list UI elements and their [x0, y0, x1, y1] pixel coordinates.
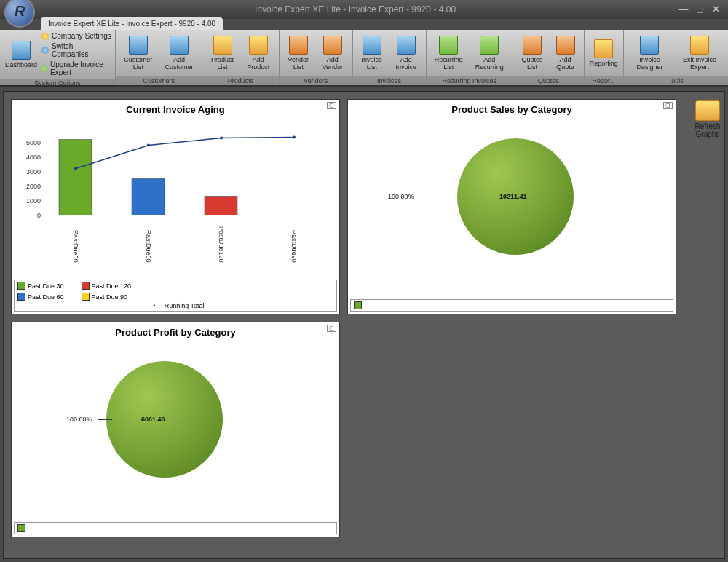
- add-customer-button[interactable]: Add Customer: [158, 34, 199, 72]
- chart-title-aging: Current Invoice Aging: [12, 100, 339, 116]
- group-vendors: Vendor List Add Vendor Vendors: [280, 30, 353, 85]
- document-tab[interactable]: Invoice Expert XE Lite - Invoice Expert …: [41, 17, 223, 30]
- customer-list-button[interactable]: Customer List: [118, 34, 158, 72]
- group-quotes: Quotes List Add Quote Quotes: [513, 30, 585, 85]
- group-customers: Customer List Add Customer Customers: [116, 30, 202, 85]
- group-label-vendors: Vendors: [280, 76, 352, 85]
- company-settings-link[interactable]: Company Settings: [40, 31, 113, 41]
- group-label-reports: Repor...: [585, 76, 623, 85]
- reporting-button[interactable]: Reporting: [587, 38, 621, 68]
- svg-point-8: [147, 144, 150, 147]
- panel-maximize-icon[interactable]: ◻: [663, 102, 673, 109]
- ribbon: Dashboard Company Settings Switch Compan…: [0, 30, 728, 87]
- group-invoices: Invoice List Add Invoice Invoices: [353, 30, 427, 85]
- bar-pastdue30: [59, 140, 92, 215]
- pie-chart-sales: 100.00% 10211.41: [348, 116, 676, 297]
- legend-swatch: [17, 524, 25, 532]
- vendor-list-icon: [289, 36, 308, 55]
- invoice-designer-button[interactable]: Invoice Designer: [626, 34, 673, 72]
- line-running-total: [76, 138, 294, 169]
- group-label-invoices: Invoices: [353, 76, 426, 85]
- svg-point-10: [293, 136, 296, 139]
- group-products: Product List Add Product Products: [202, 30, 279, 85]
- switch-icon: [41, 47, 49, 54]
- bar-pastdue60: [132, 179, 165, 215]
- minimize-icon[interactable]: —: [678, 4, 689, 15]
- side-toolbar: Refresh Graphs: [684, 99, 728, 314]
- dashboard-button[interactable]: Dashboard: [2, 39, 40, 70]
- upgrade-icon: [41, 65, 47, 72]
- upgrade-link[interactable]: Upgrade Invoice Expert: [40, 60, 113, 77]
- group-label-products: Products: [202, 76, 278, 85]
- svg-point-9: [220, 137, 223, 140]
- window-title: Invoice Expert XE Lite - Invoice Expert …: [35, 4, 676, 15]
- add-customer-icon: [170, 36, 189, 55]
- svg-text:3000: 3000: [26, 168, 41, 175]
- add-invoice-button[interactable]: Add Invoice: [389, 34, 424, 72]
- vendor-list-button[interactable]: Vendor List: [282, 34, 315, 72]
- svg-text:4000: 4000: [26, 154, 41, 161]
- legend-sales: [350, 299, 673, 312]
- add-quote-icon: [556, 36, 575, 55]
- app-logo-icon[interactable]: [4, 0, 35, 28]
- add-product-button[interactable]: Add Product: [240, 34, 277, 72]
- svg-text:PastDue90: PastDue90: [290, 230, 298, 263]
- product-list-icon: [213, 36, 232, 55]
- group-label-system: System Options: [0, 79, 115, 87]
- quotes-list-button[interactable]: Quotes List: [515, 34, 549, 72]
- svg-text:PastDue30: PastDue30: [72, 230, 79, 263]
- titlebar: Invoice Expert XE Lite - Invoice Expert …: [0, 0, 728, 19]
- panel-maximize-icon[interactable]: ◻: [327, 102, 336, 109]
- group-label-tools: Tools: [624, 76, 728, 85]
- pie-chart-profit: 100.00% 6061.46: [12, 339, 339, 520]
- gear-icon: [41, 33, 49, 40]
- bar-chart-aging: 0 1000 2000 3000 4000 5000 PastDue30: [12, 116, 339, 277]
- pie-value-label: 10211.41: [499, 193, 527, 200]
- bar-pastdue120: [205, 197, 237, 215]
- quotes-list-icon: [523, 36, 542, 55]
- group-label-recurring: Recurring Invoices: [427, 76, 513, 85]
- svg-text:PastDue60: PastDue60: [145, 230, 152, 263]
- invoice-list-button[interactable]: Invoice List: [355, 34, 389, 72]
- add-invoice-icon: [397, 36, 416, 55]
- invoice-list-icon: [363, 36, 381, 55]
- group-label-customers: Customers: [116, 76, 202, 85]
- legend-swatch: [354, 301, 362, 309]
- svg-point-7: [74, 167, 77, 170]
- pie-pct-label: 100.00%: [66, 416, 92, 423]
- panel-maximize-icon[interactable]: ◻: [327, 325, 336, 332]
- designer-icon: [640, 36, 659, 55]
- maximize-icon[interactable]: ◻: [695, 4, 705, 15]
- reporting-icon: [594, 39, 613, 58]
- chart-title-sales: Product Sales by Category: [348, 100, 676, 116]
- legend-aging: Past Due 30 Past Due 120 Past Due 60 Pas…: [14, 280, 337, 312]
- add-vendor-button[interactable]: Add Vendor: [315, 34, 350, 72]
- group-recurring: Recurring List Add Recurring Recurring I…: [427, 30, 513, 85]
- exit-icon: [690, 36, 709, 55]
- svg-text:PastDue120: PastDue120: [218, 226, 225, 263]
- svg-text:1000: 1000: [26, 197, 41, 205]
- pie-pct-label: 100.00%: [388, 193, 414, 200]
- add-quote-button[interactable]: Add Quote: [549, 34, 581, 72]
- add-vendor-icon: [323, 36, 342, 55]
- add-recurring-icon: [480, 36, 499, 55]
- legend-profit: [14, 522, 337, 534]
- switch-companies-link[interactable]: Switch Companies: [40, 41, 113, 59]
- add-product-icon: [249, 36, 268, 55]
- dashboard-content: ◻ Current Invoice Aging 0 1000 2000 3000…: [3, 91, 725, 559]
- close-icon[interactable]: ✕: [711, 4, 721, 15]
- panel-product-sales: ◻ Product Sales by Category 100.00% 1021…: [347, 99, 676, 314]
- exit-button[interactable]: Exit Invoice Expert: [673, 34, 726, 72]
- refresh-graphs-button[interactable]: Refresh Graphs: [684, 100, 728, 138]
- recurring-list-icon: [439, 36, 458, 55]
- product-list-button[interactable]: Product List: [205, 34, 240, 72]
- group-system: Dashboard Company Settings Switch Compan…: [0, 30, 116, 85]
- group-label-quotes: Quotes: [513, 76, 584, 85]
- svg-text:2000: 2000: [26, 183, 41, 190]
- pie-value-label: 6061.46: [141, 416, 165, 423]
- recurring-list-button[interactable]: Recurring List: [429, 34, 469, 72]
- group-reports: Reporting Repor...: [585, 30, 624, 85]
- group-tools: Invoice Designer Exit Invoice Expert Too…: [624, 30, 728, 85]
- dashboard-label: Dashboard: [5, 61, 37, 68]
- add-recurring-button[interactable]: Add Recurring: [469, 34, 510, 72]
